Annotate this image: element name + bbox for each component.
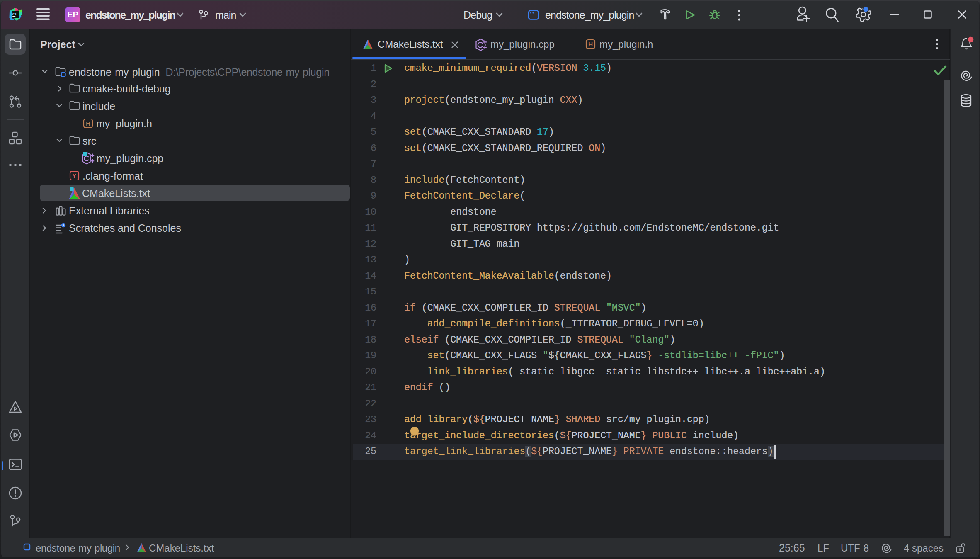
svg-text:H: H — [86, 120, 90, 127]
svg-text:CL: CL — [12, 12, 18, 16]
svg-text:H: H — [588, 41, 593, 48]
svg-text:Y: Y — [72, 172, 76, 179]
